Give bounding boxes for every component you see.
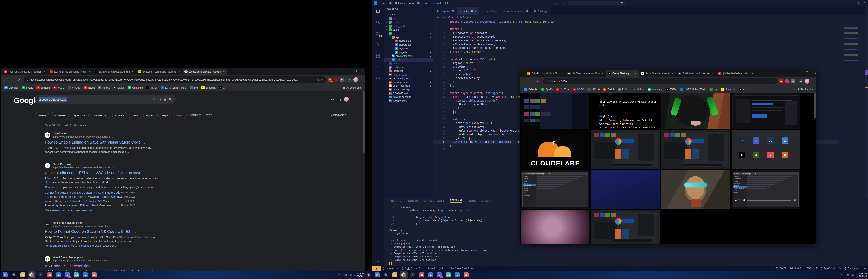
filter-chip[interactable]: Maps bbox=[158, 112, 171, 119]
tab-close-icon[interactable]: ✕ bbox=[178, 70, 180, 73]
clear-search-icon[interactable]: ✕ bbox=[153, 98, 155, 101]
result-header[interactable]: ahAleksandr Hovhannisyanhttps://www.alek… bbox=[45, 220, 177, 228]
tree-item-next-env-d-ts[interactable]: TSnext-env.d.ts bbox=[384, 73, 433, 76]
browser-tab[interactable]: JSjavascript - Loop inside React JS✕ bbox=[136, 69, 183, 75]
status-utf-8[interactable]: UTF-8 bbox=[803, 267, 813, 270]
filter-chip[interactable]: Videos bbox=[35, 112, 49, 119]
new-tab-button[interactable]: + bbox=[814, 71, 816, 75]
bookmark-item[interactable]: TTikTok bbox=[145, 86, 158, 90]
taskbar-explorer-icon[interactable]: 🗀 bbox=[391, 271, 399, 279]
taskbar-explorer-icon[interactable]: 🗀 bbox=[19, 271, 27, 279]
history-forward-icon[interactable]: → bbox=[561, 1, 564, 4]
gallery-tile-avatar-green[interactable] bbox=[661, 93, 730, 129]
status-shared[interactable]: Shared bbox=[422, 266, 436, 271]
status-lf[interactable]: LF bbox=[813, 267, 819, 270]
tab-close-icon[interactable]: ✕ bbox=[634, 72, 637, 75]
bookmark-item[interactable]: VVRChat bbox=[66, 86, 82, 90]
calendar-extension-icon[interactable]: 3187 bbox=[328, 78, 332, 82]
taskbar-search-icon[interactable]: 🔍 bbox=[10, 271, 18, 279]
tree-item--eslintrc-js[interactable]: ◈.eslintrc.jsU bbox=[384, 65, 433, 69]
browser-tab[interactable]: ▶(32) hindi sad diamonds - YouT✕ bbox=[48, 69, 92, 75]
bookmark-item[interactable]: WWhatsApp bbox=[646, 87, 664, 91]
all-filters-dropdown[interactable]: All filters ▾ bbox=[189, 113, 201, 116]
panel-tab-ports[interactable]: PORTS bbox=[467, 199, 476, 202]
tray-volume-icon[interactable]: 🔊 bbox=[851, 274, 855, 276]
result-sublink[interactable]: Formating file on save with ESLint - Sta… bbox=[45, 203, 177, 208]
taskbar-vscode-icon[interactable]: ‹› bbox=[454, 271, 461, 279]
result-sublink[interactable]: ESLint not configuring on save in VSCode… bbox=[45, 195, 177, 199]
tab-close-icon[interactable]: ✕ bbox=[88, 70, 91, 73]
result-header[interactable]: ≣Stack Overflowhttps://stackoverflow.com… bbox=[45, 162, 177, 169]
code-line[interactable]: 6 r2AccessSecret as secretAccessKey, bbox=[433, 38, 839, 42]
gallery-tile-sharex-settings[interactable]: ◔ ShareX - Application settings — ▢ ✕Gen… bbox=[521, 170, 589, 209]
address-bar[interactable]: ⊙ google.com/search?q=vscode+eslint+on+s… bbox=[24, 76, 326, 83]
taskbar-start-icon[interactable]: ⊞ bbox=[1, 271, 9, 279]
panel-tab-problems[interactable]: PROBLEMS bbox=[390, 199, 403, 202]
status-ln-33-col-67[interactable]: Ln 33, Col 67 bbox=[771, 267, 788, 270]
taskbar-search-icon[interactable]: 🔍 bbox=[382, 271, 390, 279]
taskbar-browser-icon[interactable]: ◉ bbox=[90, 271, 98, 279]
tab-close-icon[interactable]: ✕ bbox=[43, 70, 46, 73]
extensions-icon[interactable] bbox=[375, 53, 381, 59]
forward-button[interactable]: → bbox=[529, 79, 534, 83]
reload-button[interactable]: ⟳ bbox=[17, 78, 21, 82]
tab-close-icon[interactable]: ✕ bbox=[474, 10, 476, 12]
tree-item-tsconfig-json[interactable]: TStsconfig.json bbox=[384, 99, 433, 103]
search-icon[interactable]: 🔍 bbox=[168, 98, 172, 101]
new-tab-button[interactable]: + bbox=[363, 70, 365, 74]
bookmark-item[interactable]: LLog bbox=[708, 87, 719, 91]
manage-gear-icon[interactable]: ⚙ bbox=[376, 258, 380, 263]
tree-item-globals-css[interactable]: #globals.css bbox=[384, 43, 433, 46]
google-profile-avatar[interactable] bbox=[344, 97, 349, 101]
gallery-tile-discord-collage[interactable] bbox=[591, 130, 659, 169]
menu-selection[interactable]: Selection bbox=[394, 2, 407, 4]
tree-item-node-modules[interactable]: ›node_modules bbox=[384, 24, 433, 28]
tree-item-next-config-mjs[interactable]: Nnext.config.mjs bbox=[384, 76, 433, 80]
result-title-link[interactable]: visual studio code - ESLint in VSCode no… bbox=[45, 171, 177, 175]
search-box[interactable]: vscode eslint on save ✕ ♦ ◉ 🔍 bbox=[35, 95, 176, 104]
tree-item-tailwind-config-ts[interactable]: ~tailwind.config.ts bbox=[384, 95, 433, 99]
all-bookmarks-button[interactable]: 🗀All Bookmarks bbox=[340, 86, 363, 90]
browser-tab[interactable]: ▶(32) Furry Memes 534 - YouTub✕ bbox=[2, 69, 48, 75]
menu-view[interactable]: View bbox=[407, 2, 415, 4]
tab-search-chevron-icon[interactable]: ⌄ bbox=[522, 72, 524, 74]
taskbar-cc-icon[interactable]: CC bbox=[444, 271, 452, 279]
bookmark-item[interactable]: GGithub bbox=[112, 86, 126, 90]
bookmark-item[interactable]: NNSCG bbox=[52, 86, 66, 90]
filter-chip[interactable]: Flights bbox=[173, 112, 187, 119]
tab-close-icon[interactable]: ✕ bbox=[751, 72, 753, 75]
status-0[interactable]: 00 bbox=[400, 266, 414, 271]
taskbar-discord-icon[interactable]: ◗9+ bbox=[436, 271, 443, 279]
tab-close-icon[interactable]: ✕ bbox=[711, 72, 714, 75]
browser-tab[interactable]: ▦ListObjects - Amazon Simp✕ bbox=[565, 70, 606, 76]
search-icon[interactable] bbox=[375, 19, 381, 25]
browser-tab[interactable]: Gvscode eslint on save - Google✕ bbox=[183, 69, 227, 75]
run-debug-icon[interactable] bbox=[375, 42, 381, 48]
settings-gear-icon[interactable]: ⚙ bbox=[331, 97, 334, 101]
code-line[interactable]: 3import { bbox=[433, 27, 839, 31]
tray-volume-icon[interactable]: 🔊 bbox=[349, 274, 352, 276]
taskbar-chrome-icon[interactable] bbox=[28, 271, 36, 279]
tray-clock[interactable]: 4:18 AM11/02/2024 bbox=[857, 272, 867, 277]
taskbar-store-icon[interactable]: ▥ bbox=[418, 271, 426, 279]
filter-chip[interactable]: Images bbox=[112, 112, 127, 119]
side-panel-icon[interactable]: ▤ bbox=[799, 79, 803, 83]
result-title-link[interactable]: How to Format Code on Save in VS Code wi… bbox=[45, 229, 177, 234]
tray-clock[interactable]: 4:18 AM11/02/2024 bbox=[354, 272, 365, 277]
taskbar-cc-icon[interactable]: CC bbox=[72, 271, 80, 279]
bookmark-item[interactable]: RRoblox bbox=[97, 86, 111, 90]
code-line[interactable]: 2 bbox=[433, 24, 839, 27]
gallery-tile-desktop-icons[interactable]: ◠TBG▲X◉♥▣ bbox=[732, 130, 800, 169]
status-background[interactable]: Background bbox=[843, 267, 862, 270]
code-line[interactable]: 9} from "./environment"; bbox=[433, 50, 839, 54]
bookmark-item[interactable]: CCalendar bbox=[523, 87, 539, 91]
gallery-tile-discord-collage[interactable] bbox=[591, 210, 659, 244]
tray-display-icon[interactable]: 🖳 bbox=[847, 274, 849, 276]
status-master-[interactable]: master* bbox=[381, 266, 400, 271]
gallery-tile-avatar-furry[interactable] bbox=[661, 170, 730, 209]
forward-button[interactable]: → bbox=[10, 78, 14, 82]
status-icon[interactable] bbox=[372, 266, 381, 271]
menu-dots-icon[interactable]: ⋮ bbox=[811, 80, 814, 83]
tray-status-icon[interactable]: ● bbox=[342, 274, 343, 276]
bookmark-item[interactable]: GGithub bbox=[631, 87, 645, 91]
